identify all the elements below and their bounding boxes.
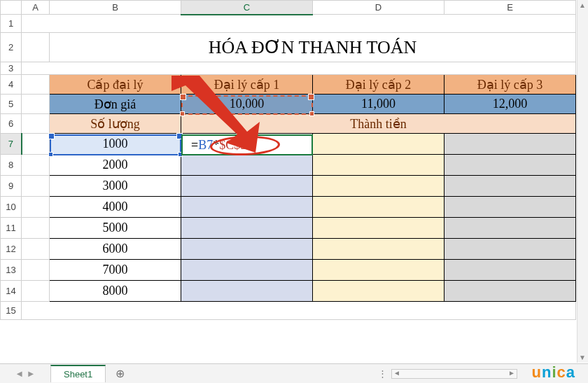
cell-B10[interactable]: 4000 <box>50 197 181 218</box>
cell-D5-price[interactable]: 11,000 <box>313 95 444 114</box>
spreadsheet-grid[interactable]: A B C D E 1 2 HÓA ĐƠN THANH TOÁN 3 4 Cấp… <box>0 0 576 320</box>
col-header-E[interactable]: E <box>444 1 576 15</box>
row-header-2[interactable]: 2 <box>1 33 22 62</box>
cell-B9[interactable]: 3000 <box>50 176 181 197</box>
cell-E7[interactable] <box>444 134 576 155</box>
col-header-A[interactable]: A <box>22 1 50 15</box>
row-header-3[interactable]: 3 <box>1 62 22 75</box>
col-header-C[interactable]: C <box>181 1 313 15</box>
invoice-title[interactable]: HÓA ĐƠN THANH TOÁN <box>50 33 576 62</box>
cell-E5-price[interactable]: 12,000 <box>444 95 576 114</box>
watermark-brand: unica <box>531 363 575 382</box>
header-level2[interactable]: Đại lý cấp 2 <box>313 75 444 95</box>
row-header-10[interactable]: 10 <box>1 197 22 218</box>
select-all-corner[interactable] <box>1 1 22 15</box>
row-header-1[interactable]: 1 <box>1 15 22 33</box>
add-sheet-button[interactable]: ⊕ <box>115 367 125 380</box>
annotation-arrow <box>158 76 270 153</box>
col-header-B[interactable]: B <box>50 1 181 15</box>
row-header-6[interactable]: 6 <box>1 114 22 134</box>
header-level3[interactable]: Đại lý cấp 3 <box>444 75 576 95</box>
row-header-13[interactable]: 13 <box>1 260 22 281</box>
cell-A5[interactable] <box>22 95 50 114</box>
tab-nav-buttons[interactable]: ◄ ► <box>0 368 50 379</box>
cell-C8[interactable] <box>181 155 313 176</box>
cell-D7[interactable] <box>313 134 444 155</box>
cell-B13[interactable]: 7000 <box>50 260 181 281</box>
row-header-7[interactable]: 7 <box>1 134 22 155</box>
sheet-tab-bar: ◄ ► Sheet1 ⊕ ⋮ <box>0 363 588 383</box>
cell[interactable] <box>22 62 576 75</box>
cell-A2[interactable] <box>22 33 50 62</box>
cell-B11[interactable]: 5000 <box>50 218 181 239</box>
row-header-4[interactable]: 4 <box>1 75 22 95</box>
sheet-tab-active[interactable]: Sheet1 <box>50 365 106 382</box>
cell-B8[interactable]: 2000 <box>50 155 181 176</box>
row-header-14[interactable]: 14 <box>1 281 22 302</box>
row-header-9[interactable]: 9 <box>1 176 22 197</box>
cell-A7[interactable] <box>22 134 50 155</box>
vertical-scrollbar[interactable] <box>577 0 588 363</box>
col-header-D[interactable]: D <box>313 1 444 15</box>
horizontal-scrollbar[interactable]: ⋮ <box>378 368 517 379</box>
cell[interactable] <box>22 15 576 33</box>
cell-A6[interactable] <box>22 114 50 134</box>
svg-marker-0 <box>172 76 260 153</box>
row-header-15[interactable]: 15 <box>1 302 22 320</box>
row-header-11[interactable]: 11 <box>1 218 22 239</box>
cell-B12[interactable]: 6000 <box>50 239 181 260</box>
cell-A4[interactable] <box>22 75 50 95</box>
row-header-5[interactable]: 5 <box>1 95 22 114</box>
row-header-8[interactable]: 8 <box>1 155 22 176</box>
row-header-12[interactable]: 12 <box>1 239 22 260</box>
cell-B14[interactable]: 8000 <box>50 281 181 302</box>
